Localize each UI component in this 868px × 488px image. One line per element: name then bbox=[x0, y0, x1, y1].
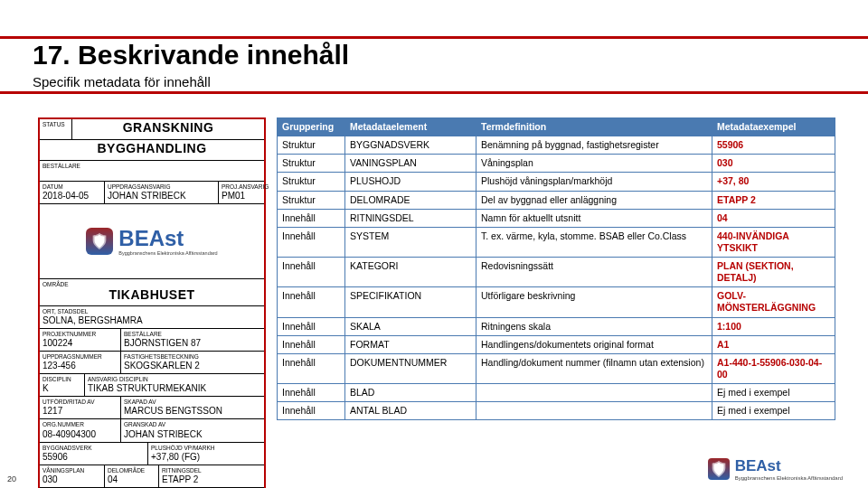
table-cell: RITNINGSDEL bbox=[345, 209, 476, 227]
form-label: PROJ.ANSVARIG bbox=[222, 183, 261, 191]
form-label: FASTIGHETSBETECKNING bbox=[124, 353, 261, 361]
form-value: 1217 bbox=[42, 406, 62, 416]
table-cell: A1 bbox=[712, 335, 835, 353]
drawing-form: STATUS GRANSKNING BYGGHANDLING BESTÄLLAR… bbox=[38, 117, 266, 488]
table-row: InnehållSYSTEMT. ex. värme, kyla, stomme… bbox=[278, 227, 835, 257]
table-cell: KATEGORI bbox=[345, 258, 476, 287]
form-value: SKOGSKARLEN 2 bbox=[124, 361, 200, 371]
table-cell: 04 bbox=[712, 209, 835, 227]
table-cell: T. ex. värme, kyla, stomme. BSAB eller C… bbox=[476, 227, 712, 257]
table-cell: 1:100 bbox=[712, 317, 835, 335]
table-row: InnehållRITNINGSDELNamn för aktuellt uts… bbox=[278, 209, 835, 227]
form-label: PROJEKTNUMMER bbox=[42, 331, 118, 338]
logo-brand: BEAst bbox=[735, 457, 843, 475]
table-cell: A1-440-1-55906-030-04-00 bbox=[712, 353, 835, 383]
mid-rule bbox=[0, 91, 868, 94]
form-label: ORG.NUMMER bbox=[42, 421, 118, 428]
metadata-table: Gruppering Metadataelement Termdefinitio… bbox=[277, 117, 835, 420]
top-rule bbox=[0, 36, 868, 39]
beast-logo: BEAst Byggbranschens Elektroniska Affärs… bbox=[86, 227, 217, 256]
table-header: Termdefinition bbox=[476, 118, 712, 136]
table-cell bbox=[476, 402, 712, 420]
form-label: UTFÖRD/RITAD AV bbox=[42, 399, 118, 406]
form-label: PLUSHÖJD VP/MARKH bbox=[151, 445, 261, 452]
table-cell: Innehåll bbox=[278, 317, 345, 335]
table-cell: Utförligare beskrivning bbox=[476, 287, 712, 317]
table-cell: Innehåll bbox=[278, 227, 345, 257]
table-cell: Handlingens/dokumentets original format bbox=[476, 335, 712, 353]
form-label: SKAPAD AV bbox=[124, 399, 261, 406]
form-label: STATUS bbox=[42, 121, 69, 128]
table-cell: DOKUMENTNUMMER bbox=[345, 353, 476, 383]
table-row: InnehållANTAL BLADEj med i exempel bbox=[278, 402, 835, 420]
form-label: BESTÄLLARE bbox=[42, 163, 261, 170]
table-cell: Innehåll bbox=[278, 353, 345, 383]
table-row: StrukturBYGGNADSVERKBenämning på byggnad… bbox=[278, 136, 835, 155]
form-value: SOLNA, BERGSHAMRA bbox=[42, 315, 143, 325]
form-value: K bbox=[42, 383, 49, 393]
footer-logo: BEAst Byggbranschens Elektroniska Affärs… bbox=[708, 457, 843, 481]
table-cell: Innehåll bbox=[278, 402, 345, 420]
form-label: VÅNINGSPLAN bbox=[42, 467, 101, 474]
table-header: Gruppering bbox=[278, 118, 345, 136]
logo-tagline: Byggbranschens Elektroniska Affärsstanda… bbox=[118, 250, 217, 256]
table-cell: Innehåll bbox=[278, 287, 345, 317]
table-cell: SPECIFIKATION bbox=[345, 287, 476, 317]
table-header: Metadataelement bbox=[345, 118, 476, 136]
table-cell: BYGGNADSVERK bbox=[345, 136, 476, 155]
form-value: JOHAN STRIBECK bbox=[108, 191, 186, 201]
form-value: PM01 bbox=[222, 191, 245, 201]
table-cell: 030 bbox=[712, 155, 835, 173]
form-value: 123-456 bbox=[42, 361, 76, 371]
form-value: 08-40904300 bbox=[42, 429, 96, 439]
form-label: DATUM bbox=[42, 183, 101, 191]
form-value: JOHAN STRIBECK bbox=[124, 429, 203, 439]
form-value: GRANSKNING bbox=[123, 120, 214, 135]
table-row: InnehållSKALARitningens skala1:100 bbox=[278, 317, 835, 335]
table-cell: Struktur bbox=[278, 136, 345, 155]
table-row: InnehållFORMATHandlingens/dokumentets or… bbox=[278, 335, 835, 353]
form-value: 04 bbox=[108, 474, 118, 484]
table-cell: +37, 80 bbox=[712, 173, 835, 191]
table-row: InnehållKATEGORIRedovisningssättPLAN (SE… bbox=[278, 258, 835, 287]
table-cell: FORMAT bbox=[345, 335, 476, 353]
form-value: 2018-04-05 bbox=[42, 191, 89, 201]
table-cell: Redovisningssätt bbox=[476, 258, 712, 287]
table-cell: Innehåll bbox=[278, 384, 345, 402]
form-value: MARCUS BENGTSSON bbox=[124, 406, 222, 416]
form-value: ETAPP 2 bbox=[162, 474, 198, 484]
slide-subtitle: Specifik metadata för innehåll bbox=[33, 74, 211, 89]
table-cell: 55906 bbox=[712, 136, 835, 155]
table-cell: VANINGSPLAN bbox=[345, 155, 476, 173]
beast-logo-icon bbox=[708, 458, 730, 480]
beast-logo-icon bbox=[86, 228, 113, 255]
table-cell: Innehåll bbox=[278, 209, 345, 227]
slide-title: 17. Beskrivande innehåll bbox=[33, 40, 349, 70]
table-cell: Del av byggnad eller anläggning bbox=[476, 191, 712, 209]
form-value: 030 bbox=[42, 474, 58, 484]
form-label: ORT, STADSDEL bbox=[42, 308, 261, 315]
form-value: 100224 bbox=[42, 338, 72, 348]
table-cell: Handling/dokument nummer (filnamn utan e… bbox=[476, 353, 712, 383]
table-cell: Benämning på byggnad, fastighetsregister bbox=[476, 136, 712, 155]
table-cell: BLAD bbox=[345, 384, 476, 402]
form-label: UPPDRAGSNUMMER bbox=[42, 353, 118, 361]
form-value: TIKAB STRUKTURMEKANIK bbox=[88, 383, 206, 393]
table-cell bbox=[476, 384, 712, 402]
form-label: RITNINGSDEL bbox=[162, 467, 261, 474]
table-cell: Namn för aktuellt utsnitt bbox=[476, 209, 712, 227]
table-cell: Våningsplan bbox=[476, 155, 712, 173]
table-cell: Innehåll bbox=[278, 335, 345, 353]
form-value: +37,80 (FG) bbox=[151, 452, 200, 462]
table-cell: ETAPP 2 bbox=[712, 191, 835, 209]
form-label: BESTÄLLARE bbox=[124, 331, 261, 338]
table-cell: Ej med i exempel bbox=[712, 402, 835, 420]
page-number: 20 bbox=[7, 474, 16, 483]
table-cell: Struktur bbox=[278, 191, 345, 209]
table-cell: SKALA bbox=[345, 317, 476, 335]
form-label: BYGGNADSVERK bbox=[42, 445, 145, 452]
form-label: DELOMRÅDE bbox=[108, 467, 156, 474]
form-label: UPPDRAGSANSVARIG bbox=[108, 183, 215, 191]
table-cell: Ej med i exempel bbox=[712, 384, 835, 402]
table-cell: Struktur bbox=[278, 173, 345, 191]
